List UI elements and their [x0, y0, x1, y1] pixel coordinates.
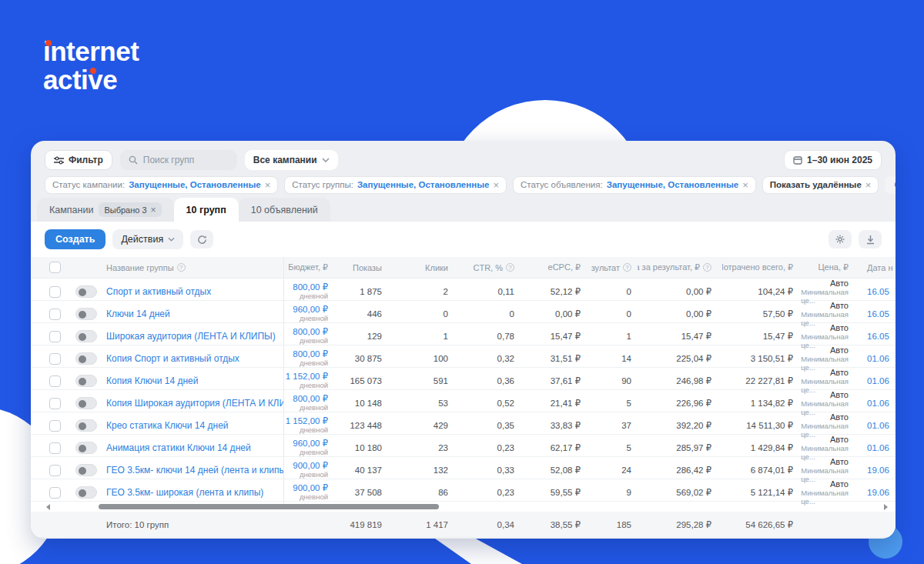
- table-row: Копия Широкая аудитория (ЛЕНТА И КЛИПЫ) …: [31, 390, 896, 412]
- close-icon[interactable]: ×: [265, 180, 271, 190]
- column-header-result[interactable]: Результат ?: [591, 257, 638, 278]
- actions-dropdown-button[interactable]: Действия: [112, 229, 183, 249]
- budget-type-label: дневной: [300, 337, 328, 345]
- tab-ads[interactable]: 10 объявлений: [239, 198, 330, 222]
- column-header-date[interactable]: Дата н: [859, 257, 896, 278]
- start-date-link[interactable]: 01.06: [859, 376, 889, 385]
- toggle-knob-icon: [79, 400, 86, 408]
- start-date-link[interactable]: 01.06: [859, 443, 889, 452]
- search-input[interactable]: [143, 155, 228, 165]
- group-name-link[interactable]: ГЕО 3.5км- широкая (лента и клипы): [106, 487, 263, 498]
- column-header-ctr[interactable]: CTR, % ?: [459, 257, 525, 278]
- group-status-toggle[interactable]: [75, 375, 97, 387]
- select-all-checkbox[interactable]: [49, 262, 61, 273]
- budget-type-label: дневной: [300, 382, 328, 390]
- group-name-link[interactable]: Спорт и активный отдых: [106, 286, 211, 297]
- row-checkbox[interactable]: [49, 487, 61, 499]
- start-date-link[interactable]: 01.06: [859, 421, 889, 430]
- close-icon[interactable]: ×: [493, 180, 499, 190]
- group-name-link[interactable]: Копия Широкая аудитория (ЛЕНТА И КЛИПЫ): [106, 398, 283, 409]
- column-header-price[interactable]: Цена, ₽: [804, 257, 859, 278]
- group-status-toggle[interactable]: [75, 352, 97, 365]
- start-date-link[interactable]: 16.05: [859, 287, 889, 296]
- start-date-link[interactable]: 19.06: [859, 466, 889, 475]
- row-checkbox[interactable]: [49, 375, 61, 387]
- row-checkbox[interactable]: [49, 331, 61, 342]
- group-status-toggle[interactable]: [75, 419, 97, 432]
- chevron-down-icon: [168, 237, 175, 242]
- scrollbar-thumb[interactable]: [99, 504, 439, 509]
- group-name-link[interactable]: Крео статика Ключи 14 дней: [106, 420, 229, 431]
- price-mode-value: Авто: [830, 390, 849, 400]
- chip-group-status[interactable]: Статус группы: Запущенные, Остановленные…: [284, 176, 507, 194]
- totals-shows: 419 819: [339, 512, 393, 537]
- group-name-link[interactable]: Анимация статики Ключи 14 дней: [106, 442, 251, 453]
- price-mode-value: Авто: [830, 345, 849, 355]
- chip-campaign-status[interactable]: Статус кампании: Запущенные, Остановленн…: [45, 176, 278, 194]
- table-row: Копия Спорт и активный отдых 800,00 ₽ дн…: [31, 345, 896, 368]
- tab-campaigns[interactable]: Кампании Выбрано 3 ×: [37, 198, 174, 222]
- campaign-select[interactable]: Все кампании: [245, 150, 338, 170]
- filter-button[interactable]: Фильтр: [45, 150, 112, 170]
- row-checkbox[interactable]: [49, 442, 61, 454]
- group-name-link[interactable]: ГЕО 3.5км- ключи 14 дней (лента и клипы): [106, 465, 283, 476]
- chip-label: Статус группы:: [292, 180, 353, 189]
- export-button[interactable]: [859, 230, 882, 249]
- group-status-toggle[interactable]: [75, 486, 97, 499]
- chip-label: Статус объявления:: [521, 180, 603, 189]
- start-date-link[interactable]: 16.05: [859, 332, 889, 341]
- group-name-link[interactable]: Широкая аудитория (ЛЕНТА И КЛИПЫ): [106, 331, 276, 342]
- price-mode-value: Авто: [830, 457, 849, 467]
- chip-show-deleted[interactable]: Показать удалённые ×: [762, 176, 879, 194]
- scroll-right-icon[interactable]: [884, 504, 888, 510]
- group-status-toggle[interactable]: [75, 285, 97, 298]
- help-icon[interactable]: ?: [177, 263, 186, 272]
- row-checkbox[interactable]: [49, 286, 61, 298]
- group-name-link[interactable]: Ключи 14 дней: [106, 309, 170, 319]
- group-status-toggle[interactable]: [75, 397, 97, 409]
- save-filters-button[interactable]: Сохранить: [885, 176, 896, 194]
- row-checkbox[interactable]: [49, 398, 61, 409]
- start-date-link[interactable]: 01.06: [859, 354, 889, 363]
- column-header-clicks[interactable]: Клики: [393, 257, 459, 278]
- refresh-button[interactable]: [190, 230, 213, 249]
- close-icon[interactable]: ×: [151, 205, 156, 215]
- row-checkbox[interactable]: [49, 465, 61, 476]
- horizontal-scrollbar[interactable]: [31, 502, 896, 512]
- create-button[interactable]: Создать: [45, 229, 105, 249]
- start-date-link[interactable]: 16.05: [859, 309, 889, 319]
- column-header-spent[interactable]: Потрачено всего, ₽: [722, 257, 804, 278]
- settings-button[interactable]: [829, 230, 852, 249]
- help-icon[interactable]: ?: [703, 263, 711, 272]
- column-header-budget[interactable]: Бюджет, ₽: [283, 257, 339, 278]
- column-header-cost-per-result[interactable]: Цена за результат, ₽ ?: [638, 257, 722, 278]
- row-checkbox[interactable]: [49, 353, 61, 365]
- tab-groups[interactable]: 10 групп: [174, 198, 239, 222]
- selected-count-badge[interactable]: Выбрано 3 ×: [99, 202, 161, 217]
- group-status-toggle[interactable]: [75, 308, 97, 320]
- chip-ad-status[interactable]: Статус объявления: Запущенные, Остановле…: [513, 176, 756, 194]
- close-icon[interactable]: ×: [865, 180, 872, 190]
- group-status-toggle[interactable]: [75, 442, 97, 454]
- group-status-toggle[interactable]: [75, 464, 97, 476]
- group-status-toggle[interactable]: [75, 330, 97, 342]
- date-range-picker[interactable]: 1–30 июн 2025: [784, 150, 882, 170]
- start-date-link[interactable]: 01.06: [859, 399, 889, 408]
- column-header-shows[interactable]: Показы: [339, 257, 393, 278]
- scroll-left-icon[interactable]: [46, 504, 50, 510]
- help-icon[interactable]: ?: [623, 263, 631, 272]
- group-name-link[interactable]: Копия Ключи 14 дней: [106, 375, 198, 386]
- column-header-name[interactable]: Название группы ?: [106, 257, 283, 278]
- totals-clicks: 1 417: [393, 512, 459, 537]
- column-header-ecpc[interactable]: eCPC, ₽: [525, 257, 591, 278]
- totals-ecpc: 38,55 ₽: [525, 512, 591, 537]
- download-icon: [865, 235, 875, 245]
- help-icon[interactable]: ?: [506, 263, 514, 272]
- close-icon[interactable]: ×: [742, 180, 748, 190]
- brand-logo: internet active: [43, 37, 139, 94]
- start-date-link[interactable]: 19.06: [859, 488, 889, 497]
- group-name-link[interactable]: Копия Спорт и активный отдых: [106, 353, 239, 364]
- group-search[interactable]: [120, 150, 237, 170]
- row-checkbox[interactable]: [49, 420, 61, 432]
- row-checkbox[interactable]: [49, 309, 61, 320]
